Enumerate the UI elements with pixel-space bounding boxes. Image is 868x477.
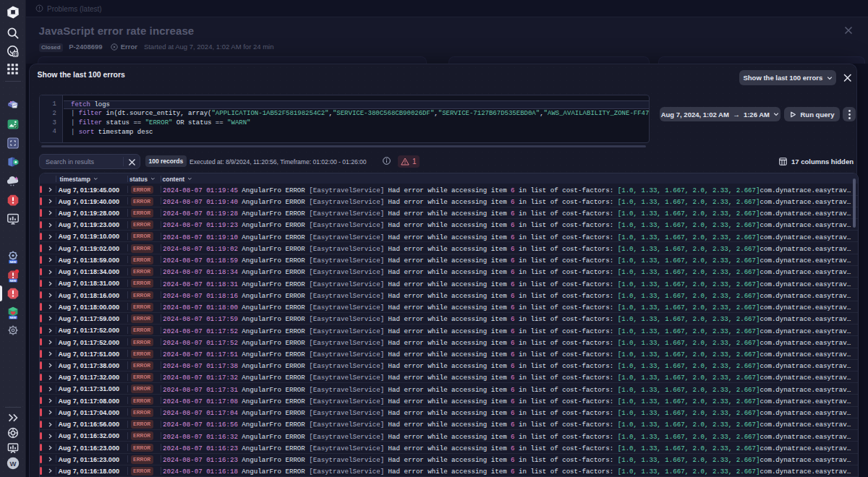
- svg-text:NEW: NEW: [10, 317, 17, 319]
- svg-text:NEW: NEW: [10, 261, 17, 264]
- svg-text:NEW: NEW: [10, 280, 17, 283]
- svg-text:W: W: [10, 460, 17, 468]
